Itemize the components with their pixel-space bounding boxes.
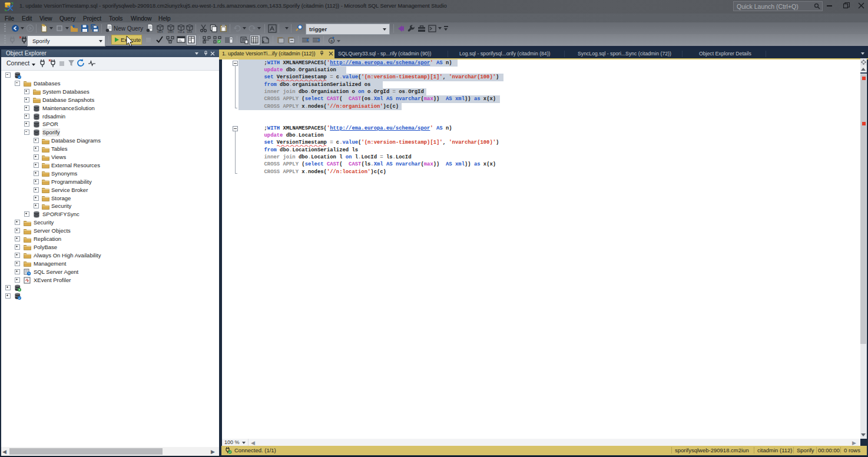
svg-text:DAX: DAX [187, 31, 192, 34]
svg-text:XMLA: XMLA [178, 31, 185, 34]
svg-text:DMX: DMX [168, 31, 174, 34]
svg-text:a: a [330, 39, 333, 44]
svg-text:MDX: MDX [157, 31, 163, 34]
